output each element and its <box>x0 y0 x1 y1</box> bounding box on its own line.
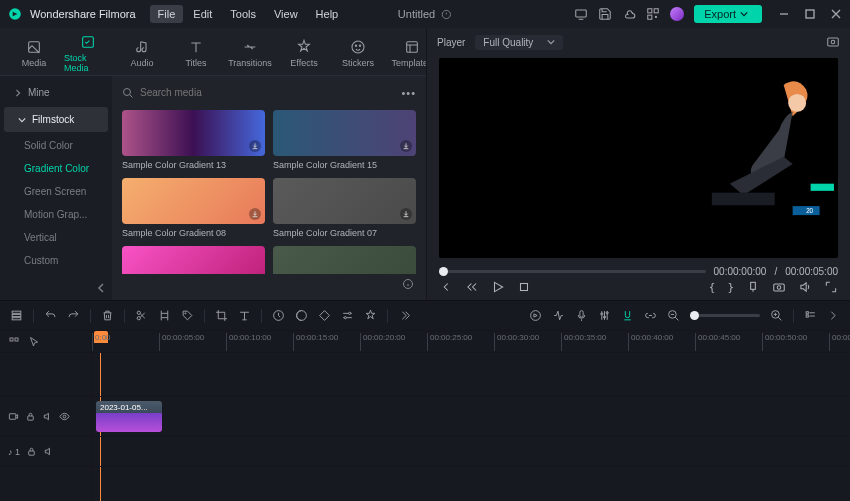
keyframe-icon[interactable] <box>318 309 331 322</box>
color-icon[interactable] <box>295 309 308 322</box>
minimize-button[interactable] <box>778 8 790 20</box>
delete-icon[interactable] <box>101 309 114 322</box>
camera-icon[interactable] <box>772 280 786 294</box>
more-options-icon[interactable]: ••• <box>401 87 416 99</box>
close-button[interactable] <box>830 8 842 20</box>
mute-icon[interactable] <box>43 446 54 457</box>
mark-out-icon[interactable]: } <box>727 281 734 294</box>
timeline-lanes[interactable]: 2023-01-05... <box>92 353 850 501</box>
tab-titles[interactable]: Titles <box>172 32 220 75</box>
cloud-icon[interactable] <box>622 7 636 21</box>
tag-icon[interactable] <box>181 309 194 322</box>
zoom-slider[interactable] <box>690 314 760 317</box>
download-icon[interactable] <box>400 140 412 152</box>
snap-toggle-icon[interactable] <box>621 309 634 322</box>
adjust-icon[interactable] <box>341 309 354 322</box>
menu-view[interactable]: View <box>266 5 306 23</box>
svg-rect-28 <box>12 311 21 313</box>
tab-transitions[interactable]: Transitions <box>226 32 274 75</box>
split-icon[interactable] <box>135 309 148 322</box>
svg-rect-26 <box>774 284 785 291</box>
menu-edit[interactable]: Edit <box>185 5 220 23</box>
lock-icon[interactable] <box>25 411 36 422</box>
avatar[interactable] <box>670 7 684 21</box>
sidebar-collapse-icon[interactable] <box>96 282 108 294</box>
speed-icon[interactable] <box>272 309 285 322</box>
crop-icon[interactable] <box>215 309 228 322</box>
mic-icon[interactable] <box>575 309 588 322</box>
stop-button[interactable] <box>517 280 531 294</box>
lock-icon[interactable] <box>26 446 37 457</box>
media-thumb[interactable]: Sample Color Gradient 13 <box>122 110 265 170</box>
menu-tools[interactable]: Tools <box>222 5 264 23</box>
sidebar-sub-vertical[interactable]: Vertical <box>0 226 112 249</box>
link-icon[interactable] <box>644 309 657 322</box>
media-thumb[interactable] <box>122 246 265 274</box>
view-mode-icon[interactable] <box>804 309 817 322</box>
track-options-icon[interactable] <box>8 336 20 348</box>
download-icon[interactable] <box>249 140 261 152</box>
layers-icon[interactable] <box>10 309 23 322</box>
tab-media[interactable]: Media <box>10 32 58 75</box>
preview-viewport[interactable]: 20 <box>439 58 838 258</box>
menu-help[interactable]: Help <box>308 5 347 23</box>
redo-icon[interactable] <box>67 309 80 322</box>
grid-icon[interactable] <box>646 7 660 21</box>
download-icon[interactable] <box>249 208 261 220</box>
sidebar-sub-green-screen[interactable]: Green Screen <box>0 180 112 203</box>
quality-select[interactable]: Full Quality <box>475 35 563 50</box>
zoom-out-icon[interactable] <box>667 309 680 322</box>
sidebar-item-mine[interactable]: Mine <box>0 80 112 105</box>
step-back-button[interactable] <box>465 280 479 294</box>
marker-icon[interactable] <box>746 280 760 294</box>
marker-add-icon[interactable] <box>158 309 171 322</box>
sidebar-sub-custom[interactable]: Custom <box>0 249 112 272</box>
export-button[interactable]: Export <box>694 5 762 23</box>
visibility-icon[interactable] <box>59 411 70 422</box>
menu-file[interactable]: File <box>150 5 184 23</box>
fullscreen-icon[interactable] <box>824 280 838 294</box>
zoom-in-icon[interactable] <box>770 309 783 322</box>
device-icon[interactable] <box>574 7 588 21</box>
chevron-down-icon <box>547 38 555 46</box>
text-icon[interactable] <box>238 309 251 322</box>
media-thumb[interactable]: Sample Color Gradient 08 <box>122 178 265 238</box>
info-icon[interactable] <box>402 278 414 290</box>
play-button[interactable] <box>491 280 505 294</box>
chevron-down-icon <box>740 10 748 18</box>
save-icon[interactable] <box>598 7 612 21</box>
more-tools-icon[interactable] <box>398 309 411 322</box>
player-label: Player <box>437 37 465 48</box>
media-thumb[interactable]: Sample Color Gradient 07 <box>273 178 416 238</box>
snapshot-icon[interactable] <box>826 35 840 49</box>
sidebar-sub-solid-color[interactable]: Solid Color <box>0 134 112 157</box>
time-ruler[interactable]: 0:0000:00:05:0000:00:10:0000:00:15:0000:… <box>92 331 850 352</box>
volume-icon[interactable] <box>798 280 812 294</box>
cursor-mode-icon[interactable] <box>28 336 40 348</box>
audio-mix-icon[interactable] <box>598 309 611 322</box>
tab-stock-media[interactable]: Stock Media <box>64 32 112 75</box>
maximize-button[interactable] <box>804 8 816 20</box>
mix-icon[interactable] <box>552 309 565 322</box>
prev-frame-button[interactable] <box>439 280 453 294</box>
sidebar-sub-motion-grap-[interactable]: Motion Grap... <box>0 203 112 226</box>
tab-effects[interactable]: Effects <box>280 32 328 75</box>
mute-icon[interactable] <box>42 411 53 422</box>
settings-icon[interactable] <box>827 309 840 322</box>
search-input[interactable] <box>140 87 395 98</box>
sidebar-item-filmstock[interactable]: Filmstock <box>4 107 108 132</box>
tab-audio[interactable]: Audio <box>118 32 166 75</box>
video-lane[interactable]: 2023-01-05... <box>92 397 850 437</box>
tab-stickers[interactable]: Stickers <box>334 32 382 75</box>
media-thumb[interactable]: Sample Color Gradient 15 <box>273 110 416 170</box>
download-icon[interactable] <box>400 208 412 220</box>
audio-lane[interactable] <box>92 437 850 467</box>
undo-icon[interactable] <box>44 309 57 322</box>
sidebar-sub-gradient-color[interactable]: Gradient Color <box>0 157 112 180</box>
mark-in-icon[interactable]: { <box>709 281 716 294</box>
video-clip[interactable]: 2023-01-05... <box>96 401 162 432</box>
render-icon[interactable] <box>529 309 542 322</box>
effects-icon[interactable] <box>364 309 377 322</box>
seek-slider[interactable] <box>439 270 706 273</box>
media-thumb[interactable] <box>273 246 416 274</box>
